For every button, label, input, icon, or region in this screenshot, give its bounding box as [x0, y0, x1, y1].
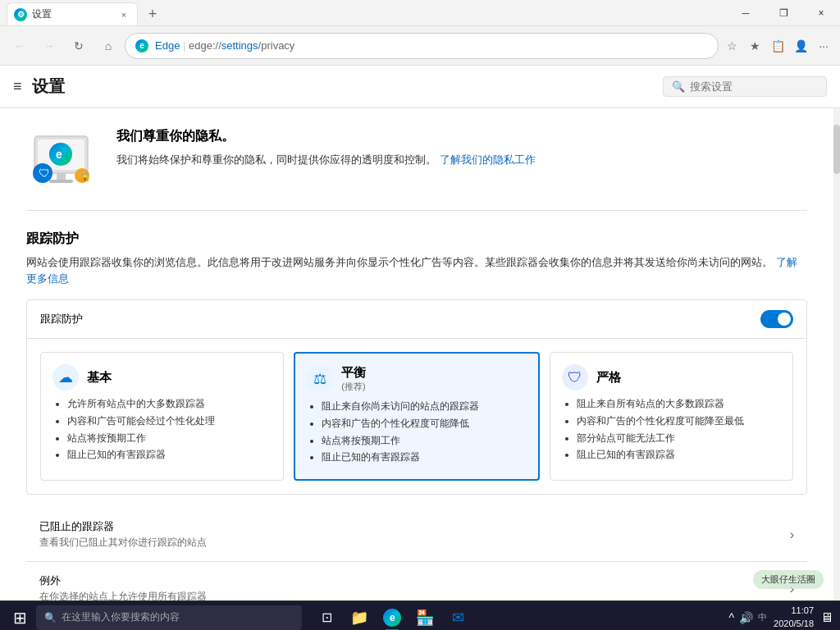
- exceptions-title: 例外: [39, 573, 207, 588]
- volume-icon[interactable]: 🔊: [739, 611, 753, 624]
- strict-card-icon: 🛡: [562, 364, 588, 390]
- scrollbar-thumb[interactable]: [833, 125, 840, 174]
- exceptions-item[interactable]: 例外 在你选择的站点上允许使用所有跟踪器 ›: [26, 562, 807, 600]
- sidebar-toggle-button[interactable]: ≡: [13, 78, 22, 95]
- tracking-box-label: 跟踪防护: [40, 312, 83, 326]
- titlebar: ⚙ 设置 × + ─ ❐ ×: [0, 0, 840, 26]
- taskbar-search-icon: 🔍: [44, 612, 57, 623]
- start-button[interactable]: ⊞: [7, 605, 33, 631]
- strict-card-header: 🛡 严格: [562, 364, 781, 390]
- svg-rect-4: [57, 173, 66, 180]
- clock-date: 2020/5/18: [774, 618, 814, 630]
- settings-header: ≡ 设置 🔍: [0, 66, 840, 108]
- brand-label: Edge: [155, 39, 180, 52]
- basic-card-icon: ☁: [52, 364, 79, 390]
- profile-icon[interactable]: 👤: [791, 36, 810, 56]
- taskbar: ⊞ 🔍 在这里输入你要搜索的内容 ⊡ 📁 e 🏪 ✉ ^ 🔊 中 11:07 2…: [0, 600, 840, 630]
- edge-button[interactable]: e: [377, 603, 407, 631]
- system-clock[interactable]: 11:07 2020/5/18: [774, 605, 814, 630]
- start-icon: ⊞: [13, 608, 27, 628]
- home-button[interactable]: ⌂: [95, 33, 121, 59]
- tab-area: ⚙ 设置 × +: [0, 0, 727, 25]
- back-icon: ←: [14, 39, 25, 52]
- favorites-icon[interactable]: ☆: [722, 36, 742, 56]
- search-box[interactable]: 🔍: [663, 76, 827, 97]
- settings-title-area: ≡ 设置: [13, 75, 65, 98]
- menu-icon[interactable]: ···: [814, 36, 833, 56]
- balanced-card-list: 阻止来自你尚未访问的站点的跟踪器 内容和广告的个性化程度可能降低 站点将按预期工…: [307, 399, 526, 464]
- clock-time: 11:07: [774, 605, 814, 617]
- main-content: e 🛡 🔒: [0, 108, 833, 600]
- refresh-button[interactable]: ↻: [66, 33, 92, 59]
- edge-taskbar-icon: e: [383, 609, 401, 627]
- search-input[interactable]: [690, 80, 828, 93]
- taskbar-search[interactable]: 🔍 在这里输入你要搜索的内容: [36, 605, 302, 630]
- tracking-cards: ☁ 基本 允许所有站点中的大多数跟踪器 内容和广告可能会经过个性化处理 站点将按…: [27, 339, 806, 494]
- blocked-trackers-subtitle: 查看我们已阻止其对你进行跟踪的站点: [39, 536, 207, 550]
- active-tab[interactable]: ⚙ 设置 ×: [7, 2, 138, 25]
- read-aloud-icon[interactable]: 📋: [768, 36, 788, 56]
- url-suffix: /privacy: [258, 39, 295, 52]
- strict-bullet-1: 阻止来自所有站点的大多数跟踪器: [577, 397, 781, 411]
- new-tab-button[interactable]: +: [141, 2, 164, 25]
- tab-close-button[interactable]: ×: [117, 8, 130, 21]
- balanced-bullet-4: 阻止已知的有害跟踪器: [322, 450, 526, 464]
- tracking-toggle[interactable]: [760, 310, 793, 328]
- svg-text:e: e: [56, 148, 62, 161]
- section-title: 跟踪防护: [26, 231, 807, 248]
- address-bar-icons: ☆ ★ 📋 👤 ···: [722, 36, 833, 56]
- balanced-bullet-3: 站点将按预期工作: [322, 434, 526, 448]
- tray-icons: ^ 🔊 中: [729, 611, 768, 624]
- forward-button[interactable]: →: [36, 33, 62, 59]
- blocked-trackers-chevron: ›: [790, 527, 794, 542]
- basic-card-header: ☁ 基本: [52, 364, 272, 390]
- blocked-trackers-title: 已阻止的跟踪器: [39, 519, 207, 534]
- scrollbar-track[interactable]: [833, 108, 840, 600]
- balanced-bullet-1: 阻止来自你尚未访问的站点的跟踪器: [322, 399, 526, 413]
- tracking-header: 跟踪防护: [27, 300, 806, 339]
- url-scheme: edge://: [189, 39, 221, 52]
- window-controls: ─ ❐ ×: [727, 0, 840, 25]
- taskbar-right: ^ 🔊 中 11:07 2020/5/18 🖥: [729, 605, 834, 630]
- page-title: 设置: [32, 75, 65, 98]
- mail-button[interactable]: ✉: [443, 603, 472, 631]
- close-button[interactable]: ×: [802, 0, 840, 26]
- network-icon[interactable]: ^: [729, 611, 735, 624]
- refresh-icon: ↻: [74, 39, 84, 52]
- strict-card[interactable]: 🛡 严格 阻止来自所有站点的大多数跟踪器 内容和广告的个性化程度可能降至最低 部…: [550, 352, 793, 481]
- watermark-text: 大眼仔生活圈: [761, 574, 815, 584]
- basic-bullet-4: 阻止已知的有害跟踪器: [67, 448, 272, 462]
- taskbar-search-placeholder: 在这里输入你要搜索的内容: [62, 610, 180, 624]
- forward-icon: →: [43, 39, 55, 52]
- blocked-trackers-item[interactable]: 已阻止的跟踪器 查看我们已阻止其对你进行跟踪的站点 ›: [26, 508, 807, 562]
- file-explorer-button[interactable]: 📁: [345, 603, 374, 631]
- strict-bullet-3: 部分站点可能无法工作: [577, 431, 781, 445]
- store-icon: 🏪: [416, 609, 434, 627]
- privacy-learn-more-link[interactable]: 了解我们的隐私工作: [440, 153, 536, 166]
- privacy-banner-description: 我们将始终保护和尊重你的隐私，同时提供你应得的透明度和控制。 了解我们的隐私工作: [116, 152, 536, 168]
- task-view-button[interactable]: ⊡: [312, 603, 341, 631]
- privacy-banner-heading: 我们尊重你的隐私。: [116, 128, 536, 145]
- file-explorer-icon: 📁: [350, 609, 368, 627]
- search-icon: 🔍: [672, 80, 685, 93]
- balanced-card-badge: (推荐): [341, 381, 366, 393]
- minimize-button[interactable]: ─: [727, 0, 765, 26]
- windows-store-button[interactable]: 🏪: [410, 603, 440, 631]
- strict-card-list: 阻止来自所有站点的大多数跟踪器 内容和广告的个性化程度可能降至最低 部分站点可能…: [562, 397, 781, 462]
- site-icon: e: [135, 39, 148, 52]
- divider: |: [183, 39, 189, 52]
- privacy-banner: e 🛡 🔒: [26, 128, 807, 211]
- section-description: 网站会使用跟踪器收集你的浏览信息。此信息将用于改进网站服务并向你显示个性化广告等…: [26, 254, 807, 286]
- address-input[interactable]: e Edge | edge://settings/privacy: [125, 33, 719, 59]
- basic-card[interactable]: ☁ 基本 允许所有站点中的大多数跟踪器 内容和广告可能会经过个性化处理 站点将按…: [40, 352, 284, 481]
- maximize-button[interactable]: ❐: [765, 0, 802, 26]
- collections-icon[interactable]: ★: [745, 36, 765, 56]
- tab-favicon: ⚙: [14, 8, 27, 21]
- balanced-card[interactable]: ⚖ 平衡 (推荐) 阻止来自你尚未访问的站点的跟踪器 内容和广告的个性化程度可能…: [294, 352, 539, 481]
- notification-icon[interactable]: 🖥: [820, 610, 833, 625]
- back-button[interactable]: ←: [7, 33, 33, 59]
- mail-icon: ✉: [452, 609, 464, 627]
- exceptions-subtitle: 在你选择的站点上允许使用所有跟踪器: [39, 590, 207, 600]
- strict-card-name: 严格: [596, 370, 621, 386]
- tab-title: 设置: [32, 7, 112, 21]
